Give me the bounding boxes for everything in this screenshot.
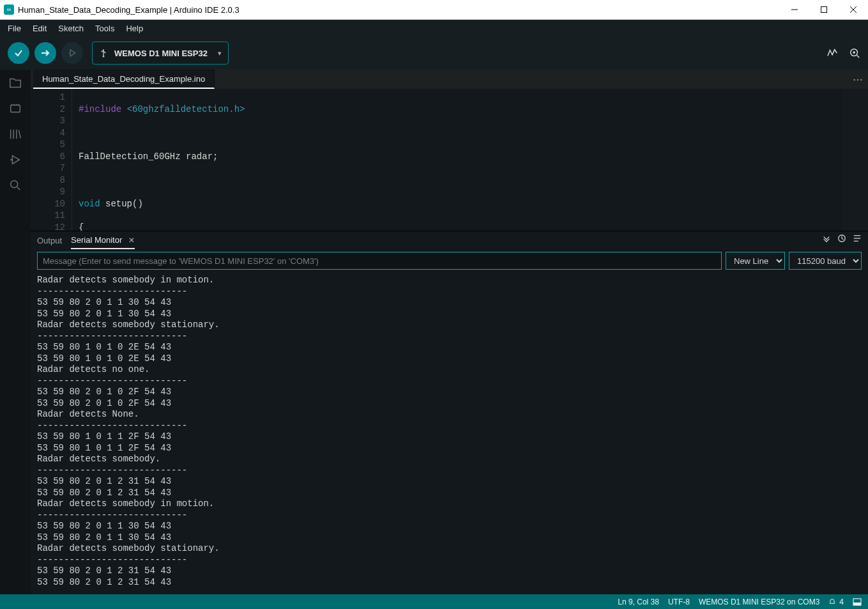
svg-rect-1 xyxy=(821,7,827,13)
svg-line-19 xyxy=(17,187,20,190)
library-manager-icon[interactable] xyxy=(8,127,23,141)
menu-sketch[interactable]: Sketch xyxy=(53,22,89,35)
minimize-button[interactable] xyxy=(780,0,809,19)
code-editor[interactable]: 1 2 3 4 5 6 7 8 9 10 11 12 #include <60g… xyxy=(31,89,868,231)
menu-edit[interactable]: Edit xyxy=(27,22,52,35)
serial-input[interactable] xyxy=(37,252,722,270)
svg-marker-16 xyxy=(12,156,19,164)
status-encoding[interactable]: UTF-8 xyxy=(668,597,690,606)
file-tab-label: Human_State_Data_Decoding_Example.ino xyxy=(42,74,205,84)
status-bar: Ln 9, Col 38 UTF-8 WEMOS D1 MINI ESP32 o… xyxy=(0,594,868,609)
svg-rect-11 xyxy=(11,105,20,112)
toolbar: WEMOS D1 MINI ESP32 ▾ xyxy=(0,36,868,70)
close-panel-icon[interactable] xyxy=(853,598,862,606)
minimap[interactable] xyxy=(842,89,868,231)
search-icon[interactable] xyxy=(8,178,23,192)
code-area[interactable]: #include <60ghzfalldetection.h> FallDete… xyxy=(72,89,868,231)
activity-bar xyxy=(0,70,31,594)
chevron-down-icon: ▾ xyxy=(218,49,222,58)
svg-point-7 xyxy=(103,56,105,58)
menu-bar: File Edit Sketch Tools Help xyxy=(0,20,868,36)
line-gutter: 1 2 3 4 5 6 7 8 9 10 11 12 xyxy=(31,89,72,231)
svg-marker-5 xyxy=(70,50,75,56)
debug-button[interactable] xyxy=(61,42,83,64)
serial-plotter-icon[interactable] xyxy=(827,47,839,59)
tab-output[interactable]: Output xyxy=(37,233,62,249)
svg-point-10 xyxy=(853,51,855,54)
menu-file[interactable]: File xyxy=(3,22,26,35)
svg-point-6 xyxy=(69,52,70,54)
board-selector-label: WEMOS D1 MINI ESP32 xyxy=(114,49,208,58)
toggle-timestamp-icon[interactable] xyxy=(837,234,846,243)
window-title: Human_State_Data_Decoding_Example | Ardu… xyxy=(18,5,240,15)
file-tab[interactable]: Human_State_Data_Decoding_Example.ino xyxy=(33,69,215,89)
close-icon[interactable]: ✕ xyxy=(128,236,135,245)
app-icon: ∞ xyxy=(4,4,14,15)
serial-output[interactable]: Radar detects somebody in motion. ------… xyxy=(31,274,868,594)
menu-help[interactable]: Help xyxy=(121,22,148,35)
svg-line-9 xyxy=(857,56,860,58)
maximize-button[interactable] xyxy=(809,0,839,19)
svg-point-17 xyxy=(10,159,12,161)
sketchbook-icon[interactable] xyxy=(8,76,23,90)
svg-point-18 xyxy=(11,181,18,188)
status-board[interactable]: WEMOS D1 MINI ESP32 on COM3 xyxy=(699,597,819,606)
debug-panel-icon[interactable] xyxy=(8,153,23,167)
board-selector[interactable]: WEMOS D1 MINI ESP32 ▾ xyxy=(92,42,229,65)
close-button[interactable] xyxy=(839,0,868,19)
menu-tools[interactable]: Tools xyxy=(90,22,119,35)
verify-button[interactable] xyxy=(8,42,29,64)
upload-button[interactable] xyxy=(34,42,56,64)
line-ending-select[interactable]: New Line xyxy=(726,252,785,270)
bottom-panel: Output Serial Monitor ✕ xyxy=(31,231,868,594)
baud-select[interactable]: 115200 baud xyxy=(789,252,862,270)
tab-overflow-icon[interactable]: ⋯ xyxy=(853,73,863,86)
usb-icon xyxy=(99,49,108,58)
os-titlebar: ∞ Human_State_Data_Decoding_Example | Ar… xyxy=(0,0,868,20)
tab-serial-monitor[interactable]: Serial Monitor ✕ xyxy=(71,232,135,249)
boards-manager-icon[interactable] xyxy=(8,102,23,116)
bell-icon xyxy=(828,598,836,606)
editor-tabs: Human_State_Data_Decoding_Example.ino ⋯ xyxy=(31,70,868,89)
status-cursor-pos[interactable]: Ln 9, Col 38 xyxy=(618,597,659,606)
status-notifications[interactable]: 4 xyxy=(828,597,844,606)
clear-output-icon[interactable] xyxy=(853,234,862,243)
svg-rect-25 xyxy=(853,603,861,605)
serial-monitor-icon[interactable] xyxy=(849,47,860,59)
toggle-autoscroll-icon[interactable] xyxy=(822,234,831,243)
